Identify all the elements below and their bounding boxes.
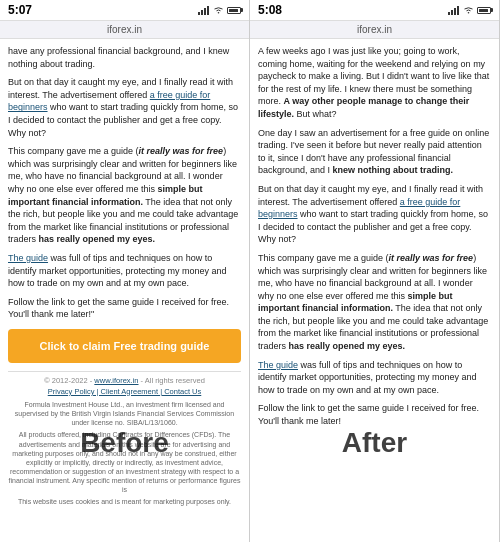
svg-rect-1 <box>201 10 203 15</box>
disclaimer: Formula Investment House Ltd., an invest… <box>8 400 241 427</box>
left-link2[interactable]: The guide <box>8 253 48 263</box>
right-para1: A few weeks ago I was just like you; goi… <box>258 45 491 121</box>
svg-rect-2 <box>204 8 206 15</box>
svg-rect-5 <box>448 12 450 15</box>
svg-point-4 <box>218 12 220 14</box>
left-para5: Follow the link to get the same guide I … <box>8 296 241 321</box>
right-panel: 5:08 iforex.in A few weeks ago I <box>250 0 500 542</box>
battery-icon <box>227 7 241 14</box>
svg-point-9 <box>468 12 470 14</box>
left-time: 5:07 <box>8 3 32 17</box>
signal-icon-right <box>448 6 460 15</box>
signal-icon <box>198 6 210 15</box>
svg-rect-8 <box>457 6 459 15</box>
left-status-bar: 5:07 <box>0 0 249 20</box>
left-footer: © 2012-2022 - www.iforex.in - All rights… <box>8 371 241 506</box>
svg-rect-6 <box>451 10 453 15</box>
left-para3: This company gave me a guide (it really … <box>8 145 241 246</box>
svg-rect-0 <box>198 12 200 15</box>
right-para3: But on that day it caught my eye, and I … <box>258 183 491 246</box>
disclaimer3: This website uses cookies and is meant f… <box>8 497 241 506</box>
battery-icon-right <box>477 7 491 14</box>
after-label: After <box>342 423 407 462</box>
left-browser-bar[interactable]: iforex.in <box>0 20 249 39</box>
right-link2[interactable]: The guide <box>258 360 298 370</box>
right-status-bar: 5:08 <box>250 0 499 20</box>
svg-rect-7 <box>454 8 456 15</box>
right-browser-bar[interactable]: iforex.in <box>250 20 499 39</box>
svg-rect-3 <box>207 6 209 15</box>
right-time: 5:08 <box>258 3 282 17</box>
cta-button[interactable]: Click to claim Free trading guide <box>8 329 241 363</box>
right-url: iforex.in <box>357 24 392 35</box>
disclaimer2: All products offered, including Contract… <box>8 430 241 494</box>
left-status-icons <box>198 6 241 15</box>
wifi-icon-right <box>463 6 474 14</box>
right-para5: The guide was full of tips and technique… <box>258 359 491 397</box>
left-para1: have any professional financial backgrou… <box>8 45 241 70</box>
left-url: iforex.in <box>107 24 142 35</box>
footer-links: Privacy Policy | Client Agreement | Cont… <box>8 387 241 398</box>
right-para4: This company gave me a guide (it really … <box>258 252 491 353</box>
wifi-icon <box>213 6 224 14</box>
footer-copyright: © 2012-2022 - www.iforex.in - All rights… <box>8 376 241 387</box>
right-para2: One day I saw an advertisement for a fre… <box>258 127 491 177</box>
right-content: A few weeks ago I was just like you; goi… <box>250 39 499 542</box>
left-para2: But on that day it caught my eye, and I … <box>8 76 241 139</box>
right-para6: Follow the link to get the same guide I … <box>258 402 491 427</box>
left-panel: 5:07 iforex.in have any professi <box>0 0 250 542</box>
left-para4: The guide was full of tips and technique… <box>8 252 241 290</box>
footer-url[interactable]: www.iforex.in <box>94 376 138 385</box>
right-status-icons <box>448 6 491 15</box>
left-content: have any professional financial backgrou… <box>0 39 249 542</box>
